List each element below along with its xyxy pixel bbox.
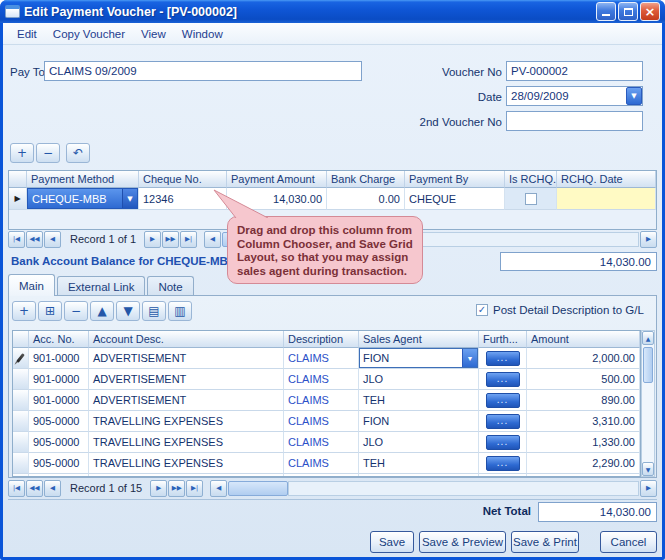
hscroll-thumb[interactable] bbox=[228, 481, 288, 496]
nav-prev-page-button[interactable]: ◀◀ bbox=[26, 231, 43, 248]
acc-no-cell[interactable]: 901-0000 bbox=[29, 390, 89, 411]
acc-no-cell[interactable]: 905-0000 bbox=[29, 453, 89, 474]
nav-last-button[interactable]: ▶| bbox=[186, 480, 203, 497]
account-desc-cell[interactable]: TRAVELLING EXPENSES bbox=[89, 453, 284, 474]
menu-copy-voucher[interactable]: Copy Voucher bbox=[45, 26, 133, 42]
nav-next-page-button[interactable]: ▶▶ bbox=[162, 231, 179, 248]
rchq-date-cell[interactable] bbox=[557, 188, 656, 210]
sales-agent-cell[interactable]: JLO bbox=[359, 432, 479, 453]
scroll-right-button[interactable]: ▶ bbox=[640, 480, 657, 497]
scroll-left-button[interactable]: ◀ bbox=[210, 480, 227, 497]
scroll-down-button[interactable]: ▼ bbox=[642, 462, 654, 476]
acc-no-cell[interactable]: 905-0000 bbox=[29, 411, 89, 432]
nav-first-button[interactable]: |◀ bbox=[8, 231, 25, 248]
further-description-button[interactable]: ... bbox=[486, 372, 520, 387]
maximize-button[interactable] bbox=[618, 2, 638, 21]
amount-cell[interactable]: 500.00 bbox=[527, 369, 640, 390]
add-detail-button[interactable]: + bbox=[12, 301, 36, 321]
header-further[interactable]: Furth... bbox=[479, 331, 527, 348]
column-chooser-button[interactable]: ▤ bbox=[142, 301, 166, 321]
menu-edit[interactable]: Edit bbox=[9, 26, 45, 42]
date-input[interactable] bbox=[506, 86, 643, 106]
further-description-button[interactable]: ... bbox=[486, 414, 520, 429]
grid-layout-button[interactable]: ▥ bbox=[168, 301, 192, 321]
acc-no-cell[interactable]: 901-0000 bbox=[29, 369, 89, 390]
nav-last-button[interactable]: ▶| bbox=[180, 231, 197, 248]
description-cell[interactable]: CLAIMS bbox=[284, 411, 359, 432]
bank-charge-cell[interactable]: 0.00 bbox=[327, 188, 405, 210]
tab-main[interactable]: Main bbox=[8, 274, 55, 296]
second-voucher-no-input[interactable] bbox=[506, 111, 643, 131]
header-acc-no[interactable]: Acc. No. bbox=[29, 331, 89, 348]
sales-agent-cell[interactable]: JLO bbox=[359, 369, 479, 390]
sales-agent-cell[interactable]: TEH bbox=[359, 453, 479, 474]
further-description-button[interactable]: ... bbox=[486, 435, 520, 450]
date-dropdown-button[interactable]: ▼ bbox=[626, 87, 642, 105]
header-cheque-no[interactable]: Cheque No. bbox=[139, 171, 227, 188]
account-desc-cell[interactable]: ADVERTISEMENT bbox=[89, 369, 284, 390]
post-detail-checkbox[interactable]: ✓ bbox=[476, 304, 488, 316]
nav-next-button[interactable]: ▶ bbox=[150, 480, 167, 497]
header-payment-method[interactable]: Payment Method bbox=[27, 171, 139, 188]
header-rchq-date[interactable]: RCHQ. Date bbox=[557, 171, 656, 188]
tab-note[interactable]: Note bbox=[147, 276, 193, 296]
nav-prev-button[interactable]: ◀ bbox=[44, 480, 61, 497]
account-desc-cell[interactable]: TRAVELLING EXPENSES bbox=[89, 411, 284, 432]
pay-to-input[interactable] bbox=[44, 61, 362, 81]
minimize-button[interactable] bbox=[596, 2, 616, 21]
amount-cell[interactable]: 1,330.00 bbox=[527, 432, 640, 453]
further-description-button[interactable]: ... bbox=[486, 456, 520, 471]
vscroll-thumb[interactable] bbox=[643, 347, 653, 383]
delete-payment-button[interactable]: − bbox=[36, 143, 60, 163]
header-sales-agent[interactable]: Sales Agent bbox=[359, 331, 479, 348]
further-description-button[interactable]: ... bbox=[486, 477, 520, 478]
amount-cell[interactable]: 3,310.00 bbox=[527, 411, 640, 432]
save-print-button[interactable]: Save & Print bbox=[511, 531, 579, 553]
menu-window[interactable]: Window bbox=[174, 26, 231, 42]
description-cell[interactable]: CLAIMS bbox=[284, 453, 359, 474]
description-cell[interactable]: CLAIMS bbox=[284, 432, 359, 453]
sales-agent-cell[interactable]: FION bbox=[359, 474, 479, 477]
chevron-down-icon[interactable]: ▼ bbox=[462, 349, 477, 367]
scroll-left-button[interactable]: ◀ bbox=[204, 231, 221, 248]
move-down-button[interactable]: ▼ bbox=[116, 301, 140, 321]
nav-first-button[interactable]: |◀ bbox=[8, 480, 25, 497]
move-up-button[interactable]: ▲ bbox=[90, 301, 114, 321]
undo-button[interactable]: ↶ bbox=[66, 143, 90, 163]
payment-by-cell[interactable]: CHEQUE bbox=[405, 188, 505, 210]
tab-external-link[interactable]: External Link bbox=[57, 276, 145, 296]
description-cell[interactable]: CLAIMS bbox=[284, 474, 359, 477]
header-description[interactable]: Description bbox=[284, 331, 359, 348]
amount-cell[interactable]: 2,000.00 bbox=[527, 348, 640, 369]
header-amount[interactable]: Amount bbox=[527, 331, 640, 348]
insert-detail-button[interactable]: ⊞ bbox=[38, 301, 62, 321]
save-button[interactable]: Save bbox=[370, 531, 414, 553]
payment-method-combo[interactable]: CHEQUE-MBB ▼ bbox=[27, 188, 138, 209]
sales-agent-cell[interactable]: FION bbox=[359, 411, 479, 432]
header-payment-amount[interactable]: Payment Amount bbox=[227, 171, 327, 188]
delete-detail-button[interactable]: − bbox=[64, 301, 88, 321]
save-preview-button[interactable]: Save & Preview bbox=[419, 531, 506, 553]
header-is-rchq[interactable]: Is RCHQ. bbox=[505, 171, 557, 188]
menu-view[interactable]: View bbox=[133, 26, 174, 42]
account-desc-cell[interactable]: UPKEEP OF MOTOR VEHICLE bbox=[89, 474, 284, 477]
scroll-up-button[interactable]: ▲ bbox=[642, 331, 654, 345]
header-bank-charge[interactable]: Bank Charge bbox=[327, 171, 405, 188]
nav-prev-page-button[interactable]: ◀◀ bbox=[26, 480, 43, 497]
nav-prev-button[interactable]: ◀ bbox=[44, 231, 61, 248]
close-button[interactable]: × bbox=[640, 2, 660, 21]
further-description-button[interactable]: ... bbox=[486, 351, 520, 366]
account-desc-cell[interactable]: TRAVELLING EXPENSES bbox=[89, 432, 284, 453]
nav-next-button[interactable]: ▶ bbox=[144, 231, 161, 248]
acc-no-cell[interactable]: 905-0000 bbox=[29, 432, 89, 453]
description-cell[interactable]: CLAIMS bbox=[284, 390, 359, 411]
nav-next-page-button[interactable]: ▶▶ bbox=[168, 480, 185, 497]
acc-no-cell[interactable]: 906-0000 bbox=[29, 474, 89, 477]
sales-agent-combo[interactable]: FION ▼ bbox=[359, 348, 478, 368]
hscroll-track[interactable] bbox=[288, 481, 639, 496]
account-desc-cell[interactable]: ADVERTISEMENT bbox=[89, 348, 284, 369]
header-payment-by[interactable]: Payment By bbox=[405, 171, 505, 188]
header-account-desc[interactable]: Account Desc. bbox=[89, 331, 284, 348]
description-cell[interactable]: CLAIMS bbox=[284, 369, 359, 390]
account-desc-cell[interactable]: ADVERTISEMENT bbox=[89, 390, 284, 411]
